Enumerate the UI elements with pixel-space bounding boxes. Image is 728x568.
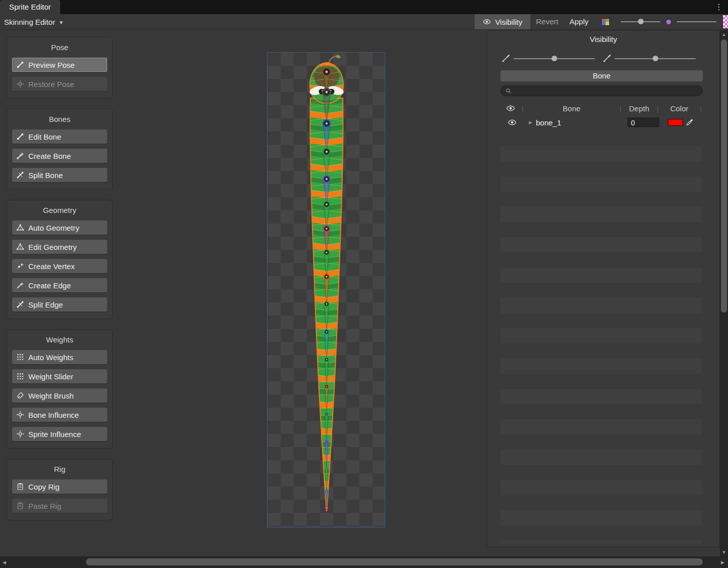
depth-column-header[interactable]: Depth [622,104,656,113]
bone-search-input[interactable] [515,87,698,95]
apply-button[interactable]: Apply [564,14,594,29]
pattern-swatch-icon[interactable] [722,15,728,28]
bone-tab-button[interactable]: Bone [500,70,703,81]
row-stripe [500,207,702,222]
button-create-vertex[interactable]: Create Vertex [12,259,107,273]
visibility-panel: Visibility Bone | Bone | Depth | Color |… [487,30,720,547]
row-stripe [500,541,702,544]
visibility-toggle-button[interactable]: Visibility [475,14,530,29]
bone-name[interactable]: bone_1 [536,118,561,127]
button-label: Edit Bone [28,133,61,141]
button-bone-influence[interactable]: Bone Influence [12,408,107,422]
preview-pose-icon [16,61,24,69]
bone-column-header[interactable]: Bone [524,104,618,113]
row-stripe [500,450,702,465]
color-dot-icon[interactable] [666,20,671,24]
button-restore-pose[interactable]: Restore Pose [12,77,107,91]
weight-brush-icon [16,391,24,400]
snake-sprite [267,53,386,528]
mesh-opacity-slider[interactable] [615,51,696,66]
bone-opacity-slider[interactable] [514,51,595,66]
row-stripe [500,419,702,434]
row-stripe [500,526,702,541]
group-geometry: GeometryAuto GeometryEdit GeometryCreate… [7,200,113,319]
titlebar: Sprite Editor ⋮ [0,0,728,14]
scroll-left-arrow[interactable]: ◀ [3,560,6,565]
toolbar: Skinning Editor ▼ Visibility Revert Appl… [0,14,728,30]
restore-pose-icon [16,80,24,88]
auto-geometry-icon [16,224,24,232]
horizontal-scroll-thumb[interactable] [86,558,703,565]
vertical-scroll-thumb[interactable] [721,39,727,313]
slider-knob[interactable] [552,56,557,61]
button-label: Preview Pose [28,61,75,69]
color-column-header[interactable]: Color [660,104,699,113]
button-edit-bone[interactable]: Edit Bone [12,129,107,144]
button-paste-rig[interactable]: Paste Rig [12,499,107,513]
button-preview-pose[interactable]: Preview Pose [12,58,107,72]
button-auto-geometry[interactable]: Auto Geometry [12,221,107,235]
button-copy-rig[interactable]: Copy Rig [12,479,107,494]
row-stripe [500,146,702,161]
button-auto-weights[interactable]: Auto Weights [12,350,107,364]
button-label: Copy Rig [28,483,60,491]
row-stripe [500,465,702,480]
header-divider: | [656,105,659,112]
group-title: Geometry [12,203,107,217]
button-weight-brush[interactable]: Weight Brush [12,388,107,403]
depth-input[interactable] [627,118,659,127]
button-label: Auto Weights [28,353,73,362]
button-weight-slider[interactable]: Weight Slider [12,369,107,383]
button-create-bone[interactable]: Create Bone [12,149,107,163]
button-sprite-influence[interactable]: Sprite Influence [12,427,107,441]
button-label: Sprite Influence [28,430,81,439]
sprite-canvas[interactable] [267,52,385,528]
eyedropper-icon[interactable] [686,118,694,126]
button-label: Split Bone [28,171,63,180]
create-edge-icon [16,281,24,289]
palette-icon[interactable] [601,18,610,26]
row-stripe [500,252,702,268]
opacity-slider[interactable] [677,14,716,29]
row-stripe [500,177,702,192]
slider-knob[interactable] [638,19,644,24]
button-label: Weight Slider [28,372,73,381]
toolbar-right: Visibility Revert Apply [475,14,728,29]
paste-rig-icon [16,502,24,510]
brush-size-slider[interactable] [621,14,660,29]
horizontal-scrollbar[interactable]: ◀ ▶ [0,556,728,568]
sprite-editor-window: Sprite Editor ⋮ Skinning Editor ▼ Visibi… [0,0,728,568]
button-edit-geometry[interactable]: Edit Geometry [12,240,107,254]
vertical-scrollbar[interactable]: ▲ ▼ [720,30,728,556]
button-label: Create Edge [28,281,71,290]
edit-geometry-icon [16,243,24,251]
button-create-edge[interactable]: Create Edge [12,278,107,292]
skinning-editor-dropdown[interactable]: Skinning Editor ▼ [4,14,64,29]
sprout [329,57,338,64]
bone-search[interactable] [500,85,703,96]
row-stripe [500,161,702,177]
scroll-down-arrow[interactable]: ▼ [720,550,728,555]
scroll-right-arrow[interactable]: ▶ [721,560,724,565]
row-stripe [500,237,702,252]
row-stripe [500,510,702,526]
group-title: Bones [12,112,107,126]
revert-button[interactable]: Revert [530,14,564,29]
expander-icon[interactable]: ▶ [529,120,532,125]
slider-knob[interactable] [653,56,658,61]
row-stripe [500,222,702,237]
palette-blue [602,22,606,25]
row-stripe [500,404,702,419]
kebab-menu-icon[interactable]: ⋮ [715,0,723,14]
bone-color-swatch[interactable] [668,119,683,126]
slider-track [677,21,716,22]
button-label: Create Bone [28,152,71,160]
button-split-edge[interactable]: Split Edge [12,297,107,312]
row-stripe [500,192,702,207]
bone-opacity-icon [502,54,511,63]
row-visibility-eye-icon[interactable] [508,118,517,127]
scroll-up-arrow[interactable]: ▲ [720,32,728,37]
sprite-editor-tab[interactable]: Sprite Editor [0,0,60,14]
row-stripe [500,359,702,374]
button-split-bone[interactable]: Split Bone [12,168,107,182]
